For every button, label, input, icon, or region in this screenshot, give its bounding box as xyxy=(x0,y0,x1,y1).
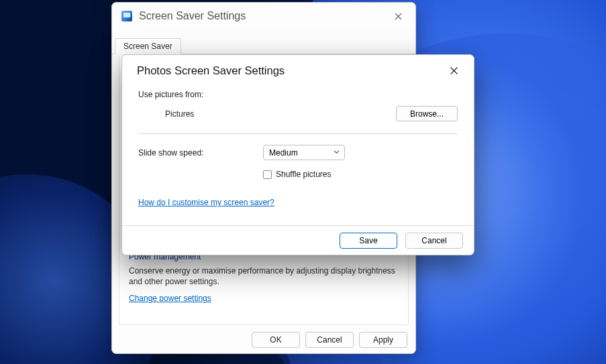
app-icon xyxy=(121,11,132,21)
power-management-text: Conserve energy or maximise performance … xyxy=(129,265,399,287)
change-power-settings-link[interactable]: Change power settings xyxy=(129,294,211,303)
cancel-button[interactable]: Cancel xyxy=(405,233,463,249)
tab-screen-saver[interactable]: Screen Saver xyxy=(115,38,181,54)
use-pictures-from-label: Use pictures from: xyxy=(138,90,458,99)
photos-screen-saver-settings-dialog: Photos Screen Saver Settings Use picture… xyxy=(121,54,474,255)
titlebar[interactable]: Photos Screen Saver Settings xyxy=(122,55,474,86)
shuffle-pictures-label: Shuffle pictures xyxy=(276,170,332,179)
slide-show-speed-label: Slide show speed: xyxy=(138,148,263,158)
browse-button[interactable]: Browse... xyxy=(396,106,458,121)
titlebar[interactable]: Screen Saver Settings xyxy=(112,3,415,29)
apply-button[interactable]: Apply xyxy=(359,332,407,348)
close-icon[interactable] xyxy=(440,60,467,81)
chevron-down-icon xyxy=(333,148,340,158)
slide-show-speed-value: Medium xyxy=(269,148,298,158)
close-icon[interactable] xyxy=(386,7,410,25)
help-link[interactable]: How do I customise my screen saver? xyxy=(138,198,274,207)
dialog-button-row: OK Cancel Apply xyxy=(252,332,407,348)
pictures-folder-value: Pictures xyxy=(165,109,194,119)
shuffle-pictures-checkbox[interactable] xyxy=(263,170,272,179)
dialog-title: Photos Screen Saver Settings xyxy=(137,64,440,77)
divider xyxy=(138,133,458,134)
dialog-body: Use pictures from: Pictures Browse... Sl… xyxy=(122,86,474,207)
ok-button[interactable]: OK xyxy=(252,332,300,348)
dialog-footer: Save Cancel xyxy=(122,225,474,255)
window-title: Screen Saver Settings xyxy=(139,10,386,22)
cancel-button[interactable]: Cancel xyxy=(305,332,354,348)
save-button[interactable]: Save xyxy=(340,233,397,249)
slide-show-speed-select[interactable]: Medium xyxy=(263,145,345,160)
tab-strip: Screen Saver xyxy=(112,38,415,54)
